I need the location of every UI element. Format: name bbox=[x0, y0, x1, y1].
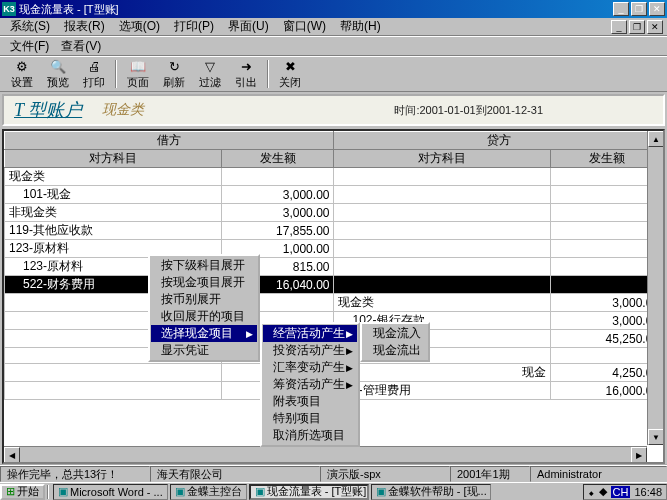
toolbar-预览[interactable]: 🔍预览 bbox=[40, 58, 76, 91]
toolbar-刷新[interactable]: ↻刷新 bbox=[156, 58, 192, 91]
关闭-icon: ✖ bbox=[280, 59, 300, 75]
toolbar-label: 打印 bbox=[83, 75, 105, 90]
context-menu-main[interactable]: 按下级科目展开按现金项目展开按币别展开收回展开的项目选择现金项目▶显示凭证 bbox=[148, 254, 260, 362]
table-cell[interactable]: 521-管理费用 bbox=[334, 382, 551, 400]
toolbar-label: 过滤 bbox=[199, 75, 221, 90]
toolbar-打印[interactable]: 🖨打印 bbox=[76, 58, 112, 91]
menu-item[interactable]: 现金流出 bbox=[363, 342, 427, 359]
table-cell[interactable] bbox=[334, 258, 551, 276]
menu-file[interactable]: 文件(F) bbox=[4, 37, 55, 56]
table-cell[interactable] bbox=[221, 168, 334, 186]
menu-item[interactable]: 显示凭证 bbox=[151, 342, 257, 359]
toolbar-设置[interactable]: ⚙设置 bbox=[4, 58, 40, 91]
context-menu-sub2[interactable]: 现金流入现金流出 bbox=[360, 322, 430, 362]
tray-icon: ⬥ bbox=[588, 486, 595, 498]
menu-window[interactable]: 窗口(W) bbox=[277, 17, 332, 36]
menu-help[interactable]: 帮助(H) bbox=[334, 17, 387, 36]
打印-icon: 🖨 bbox=[84, 59, 104, 75]
system-tray[interactable]: ⬥ ◆ CH 16:48 bbox=[583, 484, 667, 500]
minimize-button[interactable]: _ bbox=[613, 2, 629, 16]
table-cell[interactable]: 现金 bbox=[334, 364, 551, 382]
task-icon: ▣ bbox=[58, 485, 68, 498]
status-user: Administrator bbox=[530, 466, 667, 482]
menu-item[interactable]: 特别项目 bbox=[263, 410, 357, 427]
ime-indicator[interactable]: CH bbox=[611, 486, 631, 498]
table-cell[interactable]: 17,855.00 bbox=[221, 222, 334, 240]
context-menu-sub[interactable]: 经营活动产生▶投资活动产生▶汇率变动产生▶筹资活动产生▶附表项目特别项目取消所选… bbox=[260, 322, 360, 447]
scroll-up-button[interactable]: ▲ bbox=[648, 131, 664, 147]
sub-menubar: 文件(F) 查看(V) bbox=[0, 36, 667, 56]
mdi-close[interactable]: ✕ bbox=[647, 20, 663, 34]
menu-item[interactable]: 按币别展开 bbox=[151, 291, 257, 308]
toolbar-label: 预览 bbox=[47, 75, 69, 90]
table-cell[interactable] bbox=[334, 240, 551, 258]
menu-item[interactable]: 经营活动产生▶ bbox=[263, 325, 357, 342]
menu-ui[interactable]: 界面(U) bbox=[222, 17, 275, 36]
table-cell[interactable]: 101-现金 bbox=[5, 186, 222, 204]
table-cell[interactable]: 现金类 bbox=[334, 294, 551, 312]
restore-button[interactable]: ❐ bbox=[631, 2, 647, 16]
menu-item[interactable]: 附表项目 bbox=[263, 393, 357, 410]
status-bar: 操作完毕，总共13行！ 海天有限公司 演示版-spx 2001年1期 Admin… bbox=[0, 464, 667, 482]
scrollbar-horizontal[interactable]: ◀ ▶ bbox=[4, 446, 647, 462]
menu-item[interactable]: 现金流入 bbox=[363, 325, 427, 342]
table-cell[interactable] bbox=[334, 186, 551, 204]
status-period: 2001年1期 bbox=[450, 466, 530, 482]
start-button[interactable]: ⊞ 开始 bbox=[0, 484, 45, 500]
col-acct-right: 对方科目 bbox=[334, 150, 551, 168]
menu-item[interactable]: 投资活动产生▶ bbox=[263, 342, 357, 359]
menu-item[interactable]: 汇率变动产生▶ bbox=[263, 359, 357, 376]
col-amt-left: 发生额 bbox=[221, 150, 334, 168]
taskbar-task[interactable]: ▣现金流量表 - [T型账] bbox=[249, 484, 369, 500]
mdi-minimize[interactable]: _ bbox=[611, 20, 627, 34]
toolbar-关闭[interactable]: ✖关闭 bbox=[272, 58, 308, 91]
menu-item[interactable]: 收回展开的项目 bbox=[151, 308, 257, 325]
table-cell[interactable]: 非现金类 bbox=[5, 204, 222, 222]
menu-item[interactable]: 取消所选项目 bbox=[263, 427, 357, 444]
table-cell[interactable] bbox=[334, 168, 551, 186]
period-text: 时间:2001-01-01到2001-12-31 bbox=[394, 103, 543, 118]
taskbar-task[interactable]: ▣Microsoft Word - ... bbox=[53, 484, 168, 500]
menu-option[interactable]: 选项(O) bbox=[113, 17, 166, 36]
table-cell[interactable] bbox=[334, 222, 551, 240]
table-cell[interactable] bbox=[334, 204, 551, 222]
mdi-restore[interactable]: ❐ bbox=[629, 20, 645, 34]
taskbar-task[interactable]: ▣金蝶主控台 bbox=[170, 484, 247, 500]
menu-print[interactable]: 打印(P) bbox=[168, 17, 220, 36]
scrollbar-vertical[interactable]: ▲ ▼ bbox=[647, 131, 663, 445]
task-icon: ▣ bbox=[376, 485, 386, 498]
col-acct-left: 对方科目 bbox=[5, 150, 222, 168]
title-bar: K3 现金流量表 - [T型账] _ ❐ ✕ bbox=[0, 0, 667, 18]
table-cell[interactable]: 3,000.00 bbox=[221, 204, 334, 222]
col-group-credit: 贷方 bbox=[334, 132, 664, 150]
toolbar-过滤[interactable]: ▽过滤 bbox=[192, 58, 228, 91]
设置-icon: ⚙ bbox=[12, 59, 32, 75]
table-cell[interactable] bbox=[5, 364, 222, 382]
刷新-icon: ↻ bbox=[164, 59, 184, 75]
scroll-right-button[interactable]: ▶ bbox=[631, 447, 647, 463]
status-msg: 操作完毕，总共13行！ bbox=[0, 466, 150, 482]
submenu-arrow-icon: ▶ bbox=[346, 329, 353, 339]
taskbar-task[interactable]: ▣金蝶软件帮助 - [现... bbox=[371, 484, 491, 500]
start-label: 开始 bbox=[17, 484, 39, 499]
menu-item[interactable]: 按下级科目展开 bbox=[151, 257, 257, 274]
menu-item[interactable]: 按现金项目展开 bbox=[151, 274, 257, 291]
table-cell[interactable] bbox=[5, 382, 222, 400]
table-cell[interactable]: 119-其他应收款 bbox=[5, 222, 222, 240]
clock: 16:48 bbox=[634, 486, 662, 498]
menu-view[interactable]: 查看(V) bbox=[55, 37, 107, 56]
menu-report[interactable]: 报表(R) bbox=[58, 17, 111, 36]
menu-item[interactable]: 筹资活动产生▶ bbox=[263, 376, 357, 393]
toolbar-页面[interactable]: 📖页面 bbox=[120, 58, 156, 91]
tray-icon2: ◆ bbox=[599, 485, 607, 498]
menu-item[interactable]: 选择现金项目▶ bbox=[151, 325, 257, 342]
scroll-down-button[interactable]: ▼ bbox=[648, 429, 664, 445]
menu-system[interactable]: 系统(S) bbox=[4, 17, 56, 36]
toolbar-label: 设置 bbox=[11, 75, 33, 90]
scroll-left-button[interactable]: ◀ bbox=[4, 447, 20, 463]
table-cell[interactable] bbox=[334, 276, 551, 294]
toolbar-引出[interactable]: ➜引出 bbox=[228, 58, 264, 91]
close-button[interactable]: ✕ bbox=[649, 2, 665, 16]
table-cell[interactable]: 现金类 bbox=[5, 168, 222, 186]
table-cell[interactable]: 3,000.00 bbox=[221, 186, 334, 204]
